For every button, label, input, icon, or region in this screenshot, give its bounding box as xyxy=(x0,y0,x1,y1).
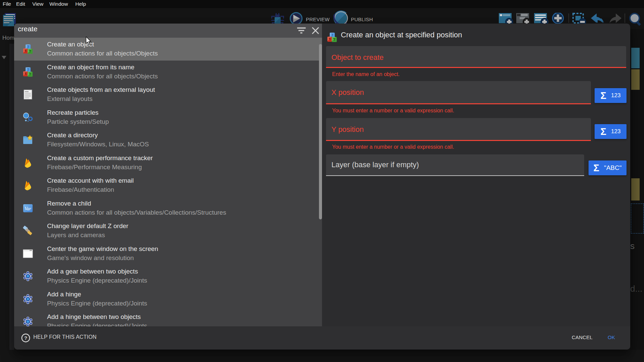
svg-text:?: ? xyxy=(24,335,27,341)
svg-text:Var: Var xyxy=(25,206,31,211)
